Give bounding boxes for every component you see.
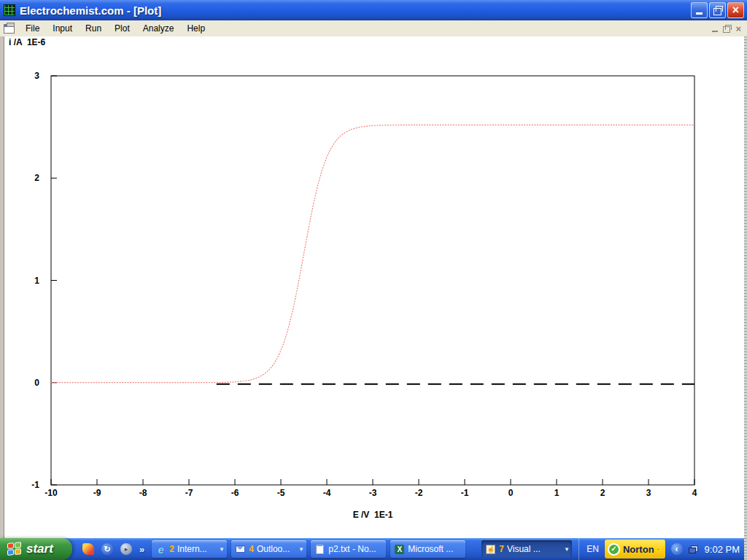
menu-help[interactable]: Help	[180, 21, 212, 36]
language-indicator[interactable]: EN	[587, 544, 599, 554]
menu-analyze[interactable]: Analyze	[136, 21, 181, 36]
minimize-icon	[696, 12, 703, 15]
window-group-count: 4	[249, 544, 254, 554]
window-title: Electrochemist.com - [Plot]	[20, 4, 161, 17]
start-label: start	[26, 542, 53, 556]
internet-explorer-icon: e	[155, 544, 166, 555]
notepad-icon	[314, 544, 325, 555]
restore-button[interactable]	[709, 2, 726, 18]
mdi-child-icon[interactable]	[4, 24, 15, 34]
right-edge-strip	[744, 36, 747, 560]
menu-input[interactable]: Input	[46, 21, 79, 36]
norton-badge[interactable]: ✓ Norton ·	[605, 540, 665, 559]
media-player-icon[interactable]: ▸	[120, 543, 132, 555]
outlook-express-icon	[235, 544, 246, 555]
mdi-window-controls: ×	[712, 24, 747, 34]
mdi-restore-button[interactable]	[723, 26, 730, 33]
taskbar-button-internet-explorer[interactable]: e 2 Intern... ▾	[152, 540, 227, 558]
mdi-close-button[interactable]: ×	[735, 24, 741, 34]
taskbar-button-excel[interactable]: X Microsoft ...	[390, 540, 465, 558]
menu-run[interactable]: Run	[79, 21, 108, 36]
find-icon[interactable]	[82, 543, 94, 555]
chevron-down-icon: ▾	[220, 545, 224, 553]
taskbar-button-label: Outloo...	[257, 544, 297, 554]
mdi-minimize-button[interactable]	[712, 31, 718, 32]
chevron-down-icon: ▾	[300, 545, 303, 553]
ie-browser-icon[interactable]: ↻	[101, 543, 113, 555]
windows-logo-icon	[7, 542, 22, 556]
system-tray: EN ✓ Norton · ‹ 9:02 PM	[578, 538, 747, 560]
chevron-down-icon: ▾	[565, 545, 569, 553]
start-button[interactable]: start	[0, 538, 72, 560]
menu-file[interactable]: File	[19, 21, 46, 36]
taskbar-button-label: Visual ...	[507, 544, 562, 554]
taskbar-button-label: Microsoft ...	[408, 544, 462, 554]
menu-plot[interactable]: Plot	[108, 21, 136, 36]
taskbar-button-label: p2.txt - No...	[328, 544, 382, 554]
minimize-button[interactable]	[691, 2, 708, 18]
taskbar-button-outlook[interactable]: 4 Outloo... ▾	[231, 540, 306, 558]
norton-trademark-dot: ·	[657, 545, 659, 553]
y-axis-title: i /A 1E-6	[9, 37, 45, 47]
norton-label: Norton	[623, 544, 654, 555]
network-icon[interactable]	[689, 545, 699, 553]
close-button[interactable]: ×	[727, 2, 744, 18]
app-icon	[4, 4, 15, 16]
x-axis-title: E /V 1E-1	[314, 510, 431, 520]
taskbar: start ↻ ▸ » e 2 Intern... ▾ 4 Outloo... …	[0, 538, 747, 560]
taskbar-button-label: Intern...	[177, 544, 217, 554]
norton-check-icon: ✓	[608, 543, 620, 556]
taskbar-button-visual-active[interactable]: ☝ 7 Visual ... ▾	[481, 540, 572, 558]
tray-collapse-chevron[interactable]: ‹	[671, 543, 683, 555]
tray-clock[interactable]: 9:02 PM	[705, 544, 740, 555]
plot-client-area	[0, 36, 747, 538]
window-controls: ×	[691, 2, 747, 18]
visual-app-icon: ☝	[485, 544, 496, 555]
screen: Electrochemist.com - [Plot] × File Input…	[0, 0, 747, 560]
restore-icon	[713, 8, 721, 15]
quick-launch-overflow-chevron[interactable]: »	[139, 544, 144, 555]
excel-icon: X	[394, 544, 405, 555]
title-bar: Electrochemist.com - [Plot] ×	[0, 0, 747, 20]
window-group-count: 7	[499, 544, 504, 554]
taskbar-button-notepad[interactable]: p2.txt - No...	[311, 540, 386, 558]
quick-launch-bar: ↻ ▸ »	[72, 543, 152, 555]
window-group-count: 2	[169, 544, 174, 554]
menu-bar: File Input Run Plot Analyze Help ×	[0, 20, 747, 36]
